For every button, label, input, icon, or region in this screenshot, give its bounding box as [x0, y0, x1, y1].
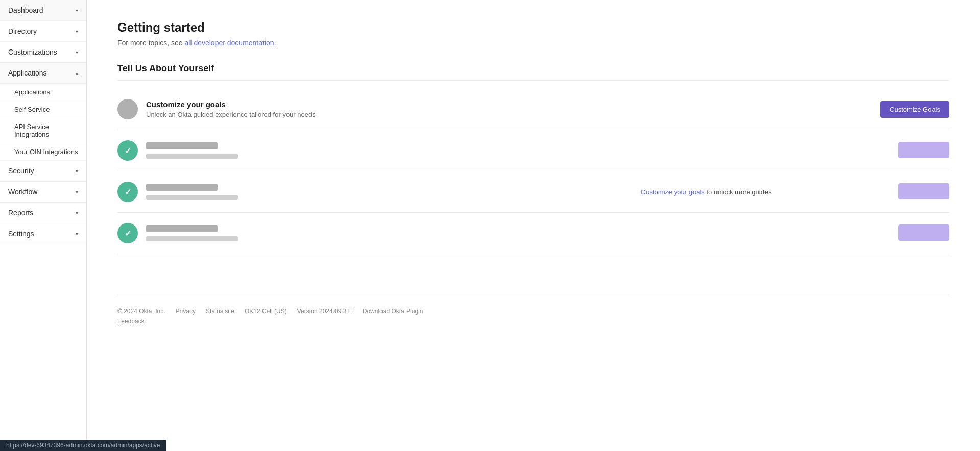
card-icon-check-3 — [117, 182, 138, 202]
card-icon-check-2 — [117, 140, 138, 161]
main-content: Getting started For more topics, see all… — [87, 0, 980, 451]
card-content-2 — [146, 142, 890, 159]
sidebar-item-reports[interactable]: Reports ▾ — [0, 203, 86, 223]
sidebar-item-workflow[interactable]: Workflow ▾ — [0, 182, 86, 203]
sidebar-label-dashboard: Dashboard — [8, 6, 43, 14]
sidebar-item-security[interactable]: Security ▾ — [0, 161, 86, 182]
customize-goals-button[interactable]: Customize Goals — [880, 101, 949, 118]
chevron-down-icon: ▾ — [76, 49, 78, 55]
footer-copyright: © 2024 Okta, Inc. — [117, 308, 165, 315]
card-content-3 — [146, 184, 514, 200]
card-action-4 — [898, 224, 949, 242]
skeleton-button-2 — [898, 142, 949, 158]
card-title-skeleton-2 — [146, 142, 218, 149]
card-action-2 — [898, 142, 949, 160]
footer-link-status[interactable]: Status site — [206, 308, 234, 315]
sidebar-item-dashboard[interactable]: Dashboard ▾ — [0, 0, 86, 21]
card-desc-skeleton-2 — [146, 154, 238, 159]
footer-feedback-link[interactable]: Feedback — [117, 318, 145, 325]
card-customize-goals: Customize your goals Unlock an Okta guid… — [117, 89, 949, 130]
section-title: Tell Us About Yourself — [117, 63, 949, 81]
card-icon-check-4 — [117, 223, 138, 243]
card-action-customize-goals: Customize Goals — [880, 101, 949, 118]
footer-links: © 2024 Okta, Inc. Privacy Status site OK… — [117, 308, 949, 315]
card-desc-skeleton-4 — [146, 236, 238, 241]
card-icon-gray — [117, 99, 138, 119]
chevron-down-icon: ▾ — [76, 29, 78, 34]
developer-docs-link[interactable]: all developer documentation — [185, 39, 274, 47]
skeleton-button-4 — [898, 224, 949, 241]
sidebar-label-applications: Applications — [8, 69, 47, 77]
statusbar: https://dev-69347396-admin.okta.com/admi… — [0, 440, 166, 451]
card-action-3 — [898, 183, 949, 201]
page-title: Getting started — [117, 20, 949, 35]
sidebar-subitem-api-service-integrations[interactable]: API Service Integrations — [0, 118, 86, 143]
unlock-message: Customize your goals to unlock more guid… — [522, 188, 891, 196]
footer-link-plugin[interactable]: Download Okta Plugin — [363, 308, 423, 315]
chevron-down-icon: ▾ — [76, 8, 78, 13]
card-2 — [117, 130, 949, 171]
chevron-down-icon: ▾ — [76, 168, 78, 174]
footer-link-version[interactable]: Version 2024.09.3 E — [297, 308, 352, 315]
sidebar: Dashboard ▾ Directory ▾ Customizations ▾… — [0, 0, 87, 451]
card-title-skeleton-4 — [146, 225, 218, 232]
card-content-4 — [146, 225, 890, 241]
sidebar-label-directory: Directory — [8, 27, 37, 35]
sidebar-item-applications[interactable]: Applications ▴ — [0, 63, 86, 84]
sidebar-subitem-applications[interactable]: Applications — [0, 84, 86, 101]
card-4 — [117, 213, 949, 254]
card-desc-skeleton-3 — [146, 195, 238, 200]
sidebar-label-settings: Settings — [8, 230, 34, 238]
sidebar-item-customizations[interactable]: Customizations ▾ — [0, 42, 86, 63]
card-content-customize-goals: Customize your goals Unlock an Okta guid… — [146, 100, 872, 118]
sidebar-label-workflow: Workflow — [8, 188, 37, 196]
skeleton-button-3 — [898, 183, 949, 199]
sidebar-subitem-oin-integrations[interactable]: Your OIN Integrations — [0, 143, 86, 161]
footer-link-privacy[interactable]: Privacy — [176, 308, 196, 315]
card-3: Customize your goals to unlock more guid… — [117, 171, 949, 213]
card-title-skeleton-3 — [146, 184, 218, 191]
footer-link-cell[interactable]: OK12 Cell (US) — [245, 308, 287, 315]
page-subtitle: For more topics, see all developer docum… — [117, 39, 949, 47]
sidebar-label-security: Security — [8, 167, 34, 175]
sidebar-item-directory[interactable]: Directory ▾ — [0, 21, 86, 42]
sidebar-subitem-self-service[interactable]: Self Service — [0, 101, 86, 118]
sidebar-label-reports: Reports — [8, 209, 33, 217]
customize-goals-inline-link[interactable]: Customize your goals — [641, 188, 705, 196]
statusbar-url: https://dev-69347396-admin.okta.com/admi… — [6, 442, 160, 449]
sidebar-label-customizations: Customizations — [8, 48, 57, 56]
chevron-up-icon: ▴ — [76, 70, 78, 76]
footer-feedback: Feedback — [117, 318, 949, 325]
footer: © 2024 Okta, Inc. Privacy Status site OK… — [117, 295, 949, 325]
card-title-customize-goals: Customize your goals — [146, 100, 872, 109]
chevron-down-icon: ▾ — [76, 210, 78, 216]
chevron-down-icon: ▾ — [76, 231, 78, 237]
sidebar-item-settings[interactable]: Settings ▾ — [0, 223, 86, 244]
chevron-down-icon: ▾ — [76, 189, 78, 195]
card-desc-customize-goals: Unlock an Okta guided experience tailore… — [146, 111, 872, 118]
